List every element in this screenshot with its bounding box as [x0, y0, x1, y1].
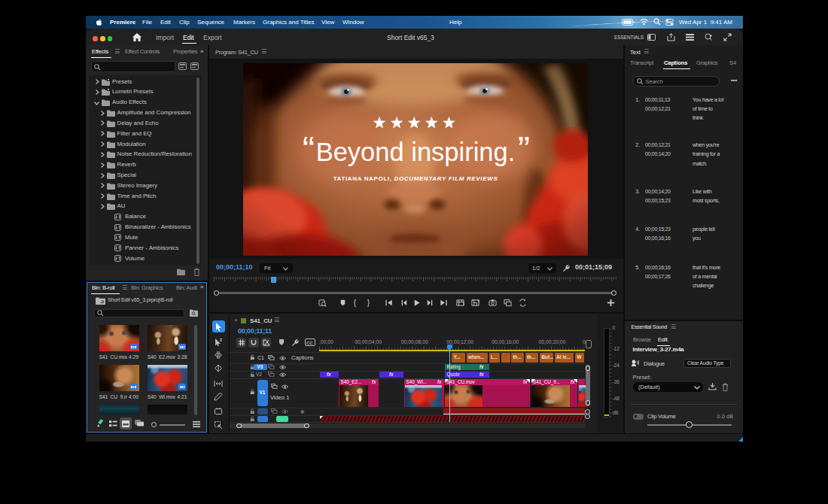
svg-text:“: “: [303, 129, 315, 169]
svg-text:”: ”: [518, 129, 530, 169]
svg-text:}: }: [367, 299, 370, 307]
svg-text:Beyond inspiring.: Beyond inspiring.: [316, 138, 516, 166]
svg-text:{: {: [354, 299, 357, 307]
svg-text:TATIANA NAPOLI, DOCUMENTARY FI: TATIANA NAPOLI, DOCUMENTARY FILM REVIEWS: [333, 175, 498, 182]
